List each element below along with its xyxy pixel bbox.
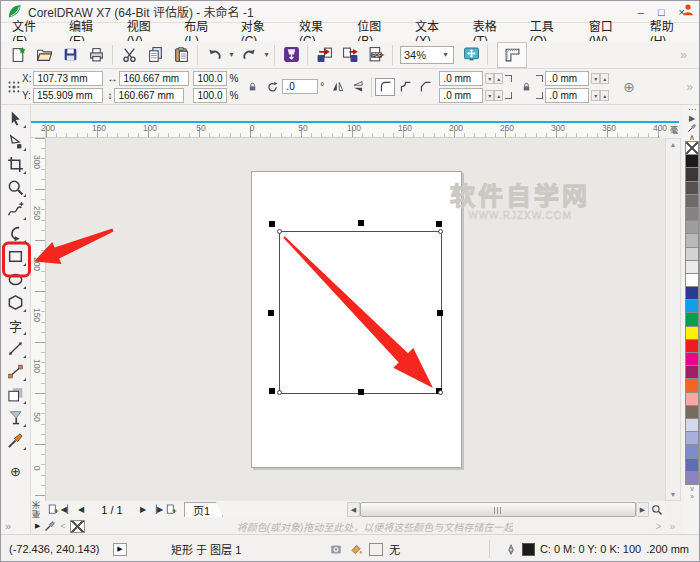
- vertical-ruler[interactable]: 300250200150100500: [31, 138, 46, 501]
- lock-corners-button[interactable]: [516, 78, 536, 96]
- docpalette-collapse-icon[interactable]: <: [60, 521, 65, 531]
- docpalette-expand-icon[interactable]: >: [656, 521, 662, 532]
- scroll-down-icon[interactable]: ▼: [670, 491, 677, 498]
- scroll-up-icon[interactable]: ▲: [670, 141, 677, 148]
- connector-tool[interactable]: [4, 360, 28, 383]
- ruler-toggle-button[interactable]: [497, 42, 527, 68]
- paste-button[interactable]: [168, 43, 194, 67]
- mirror-horizontal-button[interactable]: [328, 78, 348, 96]
- color-swatch-5[interactable]: [685, 207, 699, 221]
- color-swatch-23[interactable]: [685, 444, 699, 458]
- corner-radius-bl-input[interactable]: .0 mm: [439, 88, 483, 103]
- palette-drag-handle[interactable]: ⋯: [688, 105, 696, 114]
- save-button[interactable]: [57, 43, 83, 67]
- ellipse-tool[interactable]: [4, 268, 28, 291]
- redo-button[interactable]: [236, 43, 262, 67]
- palette-overflow-button[interactable]: »: [690, 493, 694, 501]
- color-swatch-13[interactable]: [685, 312, 699, 326]
- color-swatch-17[interactable]: [685, 365, 699, 379]
- previous-page-button[interactable]: ◀: [74, 503, 88, 517]
- color-swatch-12[interactable]: [685, 299, 699, 313]
- color-swatch-9[interactable]: [685, 260, 699, 274]
- dropdown-arrow-icon[interactable]: ▾: [262, 50, 271, 59]
- pick-tool[interactable]: [4, 107, 28, 130]
- corner-radius-br-input[interactable]: .0 mm: [545, 88, 589, 103]
- undo-button[interactable]: [201, 43, 227, 67]
- zoom-tool[interactable]: [4, 176, 28, 199]
- rectangle-tool[interactable]: [4, 245, 28, 268]
- corner-node[interactable]: [277, 390, 282, 395]
- color-swatch-21[interactable]: [685, 418, 699, 432]
- next-page-button[interactable]: ▶: [136, 503, 150, 517]
- palette-flyout-icon[interactable]: ▶: [689, 114, 695, 123]
- color-swatch-6[interactable]: [685, 220, 699, 234]
- corner-node[interactable]: [438, 390, 443, 395]
- first-page-button[interactable]: ◀▏: [60, 503, 74, 517]
- selection-handle[interactable]: [358, 220, 364, 226]
- docpalette-eyedropper-icon[interactable]: [44, 520, 56, 532]
- publish-pdf-button[interactable]: PDF: [363, 43, 389, 67]
- polygon-tool[interactable]: [4, 291, 28, 314]
- spinner-up-icon[interactable]: ▴: [494, 73, 503, 84]
- drawing-canvas[interactable]: 软件自学网 WWW.RJZXW.COM ×: [46, 138, 665, 501]
- y-position-input[interactable]: 155.909 mm: [33, 88, 103, 103]
- cut-button[interactable]: [116, 43, 142, 67]
- spinner-down-icon[interactable]: ▾: [591, 73, 600, 84]
- drop-shadow-tool[interactable]: [4, 383, 28, 406]
- add-page-start-button[interactable]: [46, 503, 60, 517]
- spinner-down-icon[interactable]: ▾: [485, 73, 494, 84]
- transparency-tool[interactable]: [4, 406, 28, 429]
- shape-tool[interactable]: [4, 130, 28, 153]
- zoom-level-select[interactable]: 34%▾: [400, 46, 454, 64]
- color-swatch-25[interactable]: [685, 471, 699, 485]
- mirror-vertical-button[interactable]: [348, 78, 368, 96]
- color-swatch-8[interactable]: [685, 247, 699, 261]
- color-eyedropper-tool[interactable]: [4, 429, 28, 452]
- object-height-input[interactable]: 160.667 mm: [114, 88, 184, 103]
- color-swatch-16[interactable]: [685, 352, 699, 366]
- dropdown-arrow-icon[interactable]: ▾: [227, 50, 236, 59]
- text-tool[interactable]: 字: [4, 314, 28, 337]
- spinner-down-icon[interactable]: ▾: [591, 90, 600, 101]
- spinner-up-icon[interactable]: ▴: [600, 90, 609, 101]
- copy-button[interactable]: [142, 43, 168, 67]
- parallel-dimension-tool[interactable]: [4, 337, 28, 360]
- crop-tool[interactable]: [4, 153, 28, 176]
- color-swatch-11[interactable]: [685, 286, 699, 300]
- scale-horizontal-input[interactable]: 100.0: [193, 71, 227, 86]
- horizontal-ruler[interactable]: 20015010050050100150200250300350400毫米: [46, 123, 660, 138]
- object-width-input[interactable]: 160.667 mm: [119, 71, 189, 86]
- coordinates-flyout-button[interactable]: ▶: [113, 543, 127, 556]
- propbar-overflow-button[interactable]: »: [686, 80, 691, 94]
- selection-handle[interactable]: [269, 388, 275, 394]
- selected-rectangle[interactable]: ×: [279, 231, 442, 394]
- color-swatch-19[interactable]: [685, 392, 699, 406]
- scroll-left-icon[interactable]: ◀: [347, 502, 360, 517]
- vertical-scrollbar[interactable]: ▲ ▼: [665, 138, 681, 501]
- color-swatch-24[interactable]: [685, 458, 699, 472]
- color-swatch-4[interactable]: [685, 194, 699, 208]
- open-button[interactable]: [31, 43, 57, 67]
- last-page-button[interactable]: ▕▶: [150, 503, 164, 517]
- color-swatch-14[interactable]: [685, 326, 699, 340]
- new-document-button[interactable]: [5, 43, 31, 67]
- rotation-angle-input[interactable]: .0: [282, 79, 318, 94]
- color-swatch-3[interactable]: [685, 181, 699, 195]
- lock-ratio-button[interactable]: [242, 78, 262, 96]
- export-button[interactable]: [337, 43, 363, 67]
- content-exchange-button[interactable]: [278, 43, 304, 67]
- toolbar-overflow-button[interactable]: »: [680, 48, 685, 62]
- scroll-right-icon[interactable]: ▶: [636, 502, 649, 517]
- scale-vertical-input[interactable]: 100.0: [193, 88, 227, 103]
- sign-in-person-icon[interactable]: [680, 2, 696, 18]
- import-button[interactable]: [311, 43, 337, 67]
- navigator-magnifier-icon[interactable]: [649, 502, 665, 517]
- selection-handle[interactable]: [436, 221, 442, 227]
- selection-handle[interactable]: [268, 310, 274, 316]
- docpalette-flyout-icon[interactable]: ▶: [35, 522, 40, 530]
- palette-eyedropper-icon[interactable]: [687, 123, 697, 133]
- chamfered-corner-button[interactable]: [415, 78, 435, 96]
- color-swatch-10[interactable]: [685, 273, 699, 287]
- no-color-swatch[interactable]: [685, 141, 699, 155]
- add-page-end-button[interactable]: [164, 503, 178, 517]
